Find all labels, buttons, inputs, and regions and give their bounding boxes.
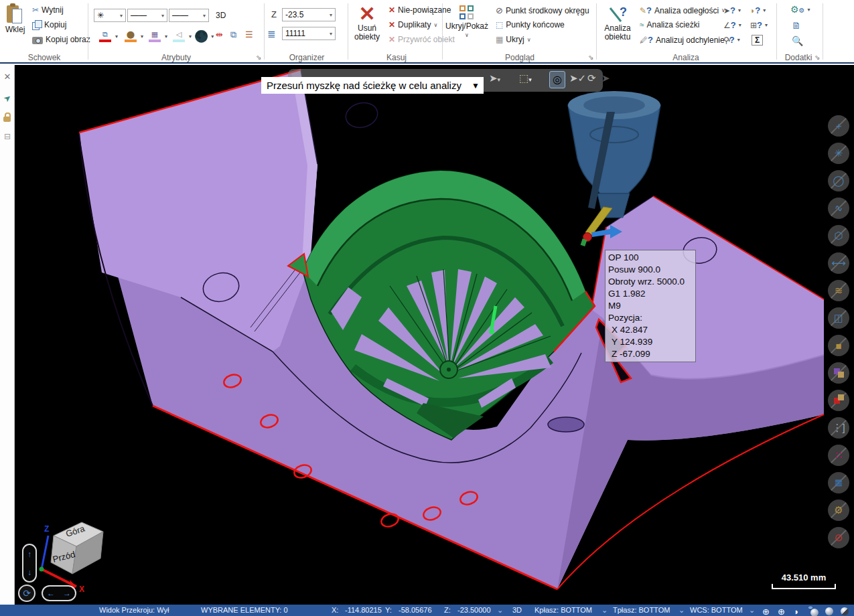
rail-dimension-button[interactable]: ⟷: [828, 252, 849, 274]
section-label-schowek: Schowek: [28, 53, 61, 62]
copy-image-button[interactable]: Kopiuj obraz: [32, 35, 90, 44]
dashed-box-icon: ⬚: [496, 20, 503, 29]
query-angle-button[interactable]: ∠?▾: [723, 20, 741, 30]
hide-show-button[interactable]: Ukryj/Pokaż ∨: [447, 5, 486, 40]
paste-button[interactable]: Wklej: [5, 4, 25, 34]
selected-mode-icon[interactable]: ◎: [549, 71, 565, 88]
material-globe-button[interactable]: 🌑▾: [194, 29, 214, 44]
rail-circle-button[interactable]: ◯: [828, 170, 849, 191]
analyze-deviation-button[interactable]: 🖉? Analizuj odchylenie∨: [640, 35, 731, 45]
macro-script-button[interactable]: 🗎: [792, 20, 801, 31]
z-level-label: Z: [271, 9, 277, 19]
wireframe-color-dropdown[interactable]: ▾: [115, 33, 118, 40]
view-cube[interactable]: Góra Przód Z X: [35, 510, 135, 594]
camera-icon: [32, 37, 43, 44]
gears-icon: ⚙⚙: [790, 4, 805, 15]
cplane-status[interactable]: Kpłasz: BOTTOM: [535, 606, 592, 614]
rail-add-button[interactable]: ＋: [828, 115, 849, 137]
y-coord-label: Y:: [385, 606, 392, 614]
query-probe-button[interactable]: ⚲?▾: [723, 35, 740, 45]
z-chevron-icon[interactable]: ⌄: [497, 606, 503, 615]
solid-color-button[interactable]: ⬤: [122, 27, 139, 42]
wcs-chevron-icon[interactable]: ⌄: [749, 606, 755, 615]
copy-button[interactable]: Kopiuj: [32, 20, 66, 29]
rotate-view-button[interactable]: ⟳: [18, 585, 35, 602]
copy-attributes-icon: ⧉: [230, 29, 236, 40]
surface-color-dropdown[interactable]: ▾: [165, 33, 167, 40]
cplane-chevron-icon[interactable]: ⌄: [601, 606, 608, 615]
rail-spline-button[interactable]: ∿: [828, 198, 849, 219]
rail-layers-button[interactable]: ≣: [828, 472, 849, 493]
hide-button[interactable]: ▦ Ukryj∨: [496, 35, 531, 44]
z-level-select[interactable]: -23.5▾: [282, 8, 336, 21]
wcs-status[interactable]: WCS: BOTTOM: [690, 606, 743, 614]
pan-horizontal-control[interactable]: ←→: [42, 585, 76, 601]
analyze-path-button[interactable]: ≈ Analiza ścieżki: [640, 20, 699, 29]
podglad-dialog-launcher[interactable]: ⇘: [588, 54, 593, 61]
addins-gears-button[interactable]: ⚙⚙▾: [790, 4, 810, 15]
transparency-button[interactable]: ◁: [170, 27, 188, 42]
lock-icon[interactable]: [0, 112, 15, 122]
search-tool-button[interactable]: 🔍: [792, 35, 803, 46]
selection-box-icon[interactable]: ⬚▾: [519, 72, 532, 84]
pick-cursor-icon[interactable]: ➤: [0, 90, 16, 107]
sum-button[interactable]: Σ: [752, 35, 763, 46]
analyze-distance-button[interactable]: ✎? Analiza odległości∨: [640, 5, 725, 15]
end-points-button[interactable]: ⬚ Punkty końcowe: [496, 20, 565, 29]
copy-icon: [32, 20, 42, 29]
layer-select[interactable]: 11111▾: [282, 27, 336, 40]
tplane-chevron-icon[interactable]: ⌄: [679, 606, 685, 615]
z-coord-value[interactable]: -23.50000: [457, 606, 491, 614]
rail-boolean-cut-button[interactable]: [828, 390, 849, 411]
rail-settings-button[interactable]: ⚙: [828, 499, 849, 521]
close-panel-icon[interactable]: ✕: [0, 72, 15, 82]
rail-list-button[interactable]: ⋮]: [828, 417, 849, 439]
rail-sweep-button[interactable]: ≋: [828, 280, 849, 301]
query-cursor-button[interactable]: ➤?▾: [723, 5, 741, 15]
rotate-arrows-icon[interactable]: ⟳: [587, 72, 596, 84]
scale-bar: 43.510 mm: [772, 572, 836, 589]
delete-objects-button[interactable]: ✕ Usuń obiekty: [350, 4, 384, 42]
rail-point-button[interactable]: ✳: [828, 143, 849, 164]
wireframe-color-button[interactable]: ⧉: [96, 27, 114, 42]
query-box-button[interactable]: ⊞?▾: [750, 20, 768, 30]
analysis-hint-dropdown[interactable]: Przesuń myszkę nad ścieżkę w celu analiz…: [261, 77, 484, 94]
script-icon: 🗎: [792, 20, 801, 31]
tplane-status[interactable]: Tpłasz: BOTTOM: [613, 606, 670, 614]
transparency-dropdown[interactable]: ▾: [189, 33, 192, 40]
rail-wirebox-button[interactable]: ⬡: [828, 225, 849, 246]
layers-glyph-icon: ⧉: [102, 31, 108, 38]
analyze-object-button[interactable]: ? Analiza obiektu: [600, 5, 635, 42]
scale-label: 43.510 mm: [772, 572, 836, 583]
line-weight-select[interactable]: ——▾: [169, 9, 209, 22]
atrybuty-dialog-launcher[interactable]: ⇘: [256, 54, 261, 61]
query-sphere-button[interactable]: ◗?▾: [750, 5, 766, 15]
rail-solid-box-button[interactable]: ■: [828, 335, 849, 356]
restore-object-button[interactable]: ✕ Przywróć obiekt: [388, 35, 455, 44]
point-style-select[interactable]: ✳▾: [94, 9, 126, 22]
3d-viewport[interactable]: ➤▾ ⬚▾ ◎ ➤✓ ⟳ ➤ Przesuń myszkę nad ścieżk…: [15, 65, 854, 605]
section-label-dodatki: Dodatki: [785, 53, 812, 62]
arrow-left-icon: ←: [47, 589, 55, 598]
cut-button[interactable]: ✂ Wytnij: [32, 5, 64, 15]
line-style-select[interactable]: ——▾: [127, 9, 167, 22]
cursor-check-icon[interactable]: ➤✓: [569, 72, 586, 84]
rail-boolean-add-button[interactable]: [828, 362, 849, 384]
delete-duplicates-button[interactable]: ✕ Duplikaty∨: [388, 20, 437, 29]
box-question-icon: ⊞?: [750, 20, 762, 30]
pan-vertical-control[interactable]: ↑↓: [22, 544, 37, 583]
arrow-down-icon: ↓: [27, 568, 31, 577]
attribute-table-button[interactable]: ☰: [245, 29, 253, 40]
copy-attributes-button[interactable]: ⧉: [230, 29, 236, 40]
select-cursor-icon[interactable]: ➤▾: [489, 72, 500, 84]
disabled-cursor-icon: ➤: [601, 72, 610, 84]
rail-colorgrid-button[interactable]: ∷: [828, 445, 849, 466]
match-properties-button[interactable]: ⇹: [216, 29, 223, 40]
rail-forbid-button[interactable]: ⊘: [828, 527, 849, 548]
surface-color-button[interactable]: ▦: [146, 27, 163, 42]
solid-color-dropdown[interactable]: ▾: [141, 33, 143, 40]
rail-solid-wire-button[interactable]: ◫: [828, 307, 849, 329]
collapse-box-icon[interactable]: ⊟: [0, 132, 15, 141]
circle-center-point-button[interactable]: ⊘ Punkt środkowy okręgu: [496, 5, 589, 15]
dodatki-dialog-launcher[interactable]: ⇘: [814, 54, 820, 61]
